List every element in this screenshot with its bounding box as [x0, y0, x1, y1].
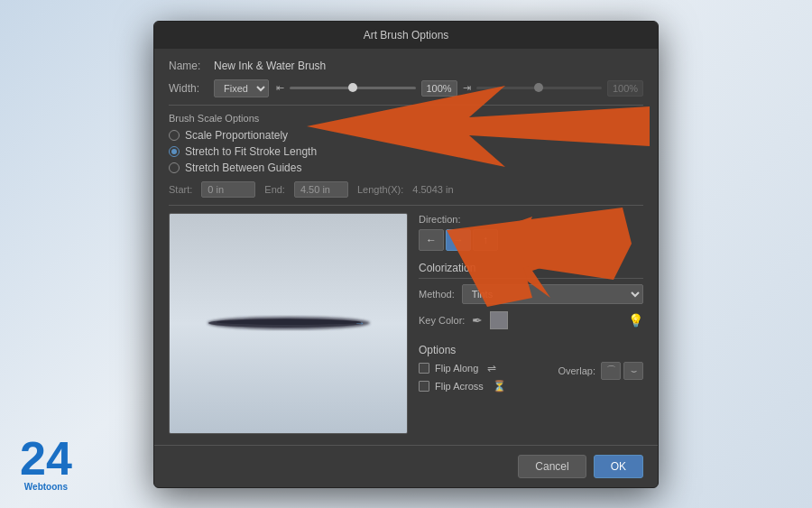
- guides-measurements-row: Start: End: Length(X): 4.5043 in: [169, 181, 643, 198]
- dir-btn-right[interactable]: →: [446, 229, 471, 251]
- watermark-text: Webtoons: [24, 482, 68, 492]
- radio-guides[interactable]: [169, 162, 180, 173]
- dir-btn-up[interactable]: ↑: [473, 229, 498, 251]
- dialog-footer: Cancel OK: [154, 445, 658, 487]
- flip-along-row: Flip Along ⇌: [419, 362, 547, 374]
- start-label: Start:: [169, 184, 192, 195]
- art-brush-options-dialog: Art Brush Options Name: New Ink & Water …: [153, 21, 659, 488]
- flip-cross-checkbox[interactable]: [419, 381, 429, 392]
- dir-btn-left[interactable]: ←: [419, 229, 444, 251]
- flip-cross-label: Flip Across: [435, 381, 484, 392]
- tip-icon[interactable]: 💡: [628, 313, 643, 328]
- overlap-btn-2[interactable]: ⌣: [623, 362, 643, 380]
- radio-row-stretch[interactable]: Stretch to Fit Stroke Length: [169, 145, 643, 158]
- key-color-row: Key Color: ✒ 💡: [419, 311, 643, 329]
- radio-scale[interactable]: [169, 130, 180, 141]
- direction-buttons: ← → ↑: [419, 229, 643, 251]
- width-percent: 100%: [421, 80, 457, 97]
- brush-scale-title: Brush Scale Options: [169, 113, 643, 124]
- brush-scale-options: Scale Proportionately Stretch to Fit Str…: [169, 129, 643, 174]
- length-value: 4.5043 in: [412, 184, 453, 195]
- width-slider-2[interactable]: [476, 87, 603, 89]
- checkboxes-col: Flip Along ⇌ Flip Across ⏳: [419, 362, 547, 398]
- brush-preview: →: [169, 213, 408, 434]
- radio-guides-label: Stretch Between Guides: [185, 162, 301, 174]
- end-input[interactable]: [294, 181, 348, 198]
- colorization-label: Colorization: [419, 262, 643, 279]
- ok-button[interactable]: OK: [594, 455, 643, 478]
- method-select[interactable]: Tints None Tints and Shades Hue Shift: [462, 284, 643, 304]
- radio-row-guides[interactable]: Stretch Between Guides: [169, 162, 643, 174]
- width-slider-area: ⇤ 100% ⇥ 100%: [276, 80, 643, 97]
- svg-text:→: →: [355, 317, 365, 329]
- width-row: Width: Fixed ⇤ 100% ⇥ 100%: [169, 79, 643, 97]
- name-value: New Ink & Water Brush: [214, 60, 326, 72]
- flip-cross-row: Flip Across ⏳: [419, 380, 547, 393]
- method-row: Method: Tints None Tints and Shades Hue …: [419, 284, 643, 304]
- brush-stroke-image: →: [198, 310, 379, 336]
- separator-1: [169, 105, 643, 106]
- width-percent-2: 100%: [607, 80, 643, 97]
- key-color-label: Key Color:: [419, 315, 465, 326]
- flip-cross-icon: ⏳: [493, 380, 506, 393]
- overlap-buttons: ⌒ ⌣: [601, 362, 643, 380]
- eyedropper-icon[interactable]: ✒: [472, 313, 483, 328]
- colorization-section: Colorization Method: Tints None Tints an…: [419, 262, 643, 337]
- flip-along-icon: ⇌: [487, 362, 496, 374]
- end-label: End:: [264, 184, 285, 195]
- options-section: Options Flip Along ⇌ Flip Across: [419, 344, 643, 398]
- color-swatch[interactable]: [490, 311, 508, 329]
- width-slider[interactable]: [290, 87, 416, 89]
- options-inner: Flip Along ⇌ Flip Across ⏳ Overla: [419, 362, 643, 398]
- overlap-row: Overlap: ⌒ ⌣: [558, 362, 643, 380]
- overlap-btn-1[interactable]: ⌒: [601, 362, 621, 380]
- width-select[interactable]: Fixed: [214, 79, 269, 97]
- name-label: Name:: [169, 60, 214, 72]
- right-panel: Direction: ← → ↑ Colorization Method: Ti…: [419, 213, 643, 434]
- radio-scale-label: Scale Proportionately: [185, 129, 288, 142]
- svg-point-2: [217, 319, 361, 325]
- length-label: Length(X):: [357, 184, 403, 195]
- radio-stretch-label: Stretch to Fit Stroke Length: [185, 145, 317, 158]
- brush-stroke-svg: →: [198, 310, 379, 336]
- options-label: Options: [419, 344, 643, 356]
- direction-section: Direction: ← → ↑: [419, 213, 643, 251]
- dialog-title: Art Brush Options: [154, 22, 658, 49]
- width-label: Width:: [169, 82, 214, 95]
- overlap-label: Overlap:: [558, 365, 595, 376]
- watermark-number: 24: [20, 435, 72, 482]
- direction-label: Direction:: [419, 214, 460, 225]
- cancel-button[interactable]: Cancel: [518, 455, 586, 478]
- watermark: 24 Webtoons: [20, 435, 72, 492]
- method-label: Method:: [419, 289, 455, 300]
- name-row: Name: New Ink & Water Brush: [169, 60, 643, 72]
- separator-2: [169, 205, 643, 206]
- overlap-col: Overlap: ⌒ ⌣: [558, 362, 643, 398]
- radio-stretch[interactable]: [169, 146, 180, 157]
- main-content: → Direction: ← → ↑ Colorization: [169, 213, 643, 434]
- start-input[interactable]: [201, 181, 255, 198]
- flip-along-checkbox[interactable]: [419, 363, 429, 374]
- flip-along-label: Flip Along: [435, 363, 478, 374]
- radio-row-scale[interactable]: Scale Proportionately: [169, 129, 643, 142]
